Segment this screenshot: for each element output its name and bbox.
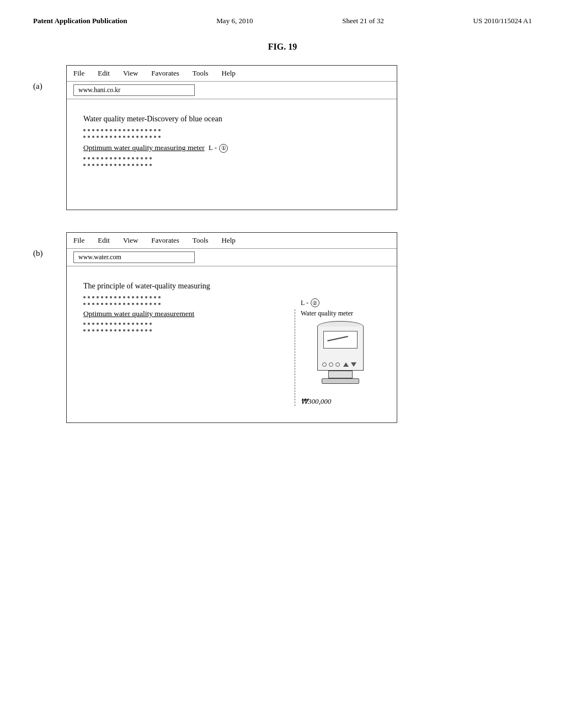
dot	[127, 303, 130, 305]
dot	[141, 136, 143, 138]
menu-tools-a[interactable]: Tools	[193, 69, 209, 78]
dot	[114, 164, 116, 166]
dot	[88, 329, 90, 331]
figure-b-link-row: Optimum water quality measurement	[83, 309, 295, 318]
dot	[145, 164, 147, 166]
menu-view-b[interactable]: View	[123, 236, 138, 245]
dot	[88, 129, 90, 131]
dot	[158, 303, 161, 305]
dot	[83, 329, 86, 331]
address-input-b[interactable]: www.water.com	[73, 251, 195, 263]
figure-b-link-label: L - ②	[301, 298, 319, 307]
dot	[97, 129, 99, 131]
dot	[132, 164, 134, 166]
address-input-a[interactable]: www.hani.co.kr	[73, 84, 195, 96]
dot	[141, 296, 143, 298]
dots-line-a3	[83, 157, 380, 159]
dot	[127, 129, 130, 131]
menu-edit-a[interactable]: Edit	[98, 69, 110, 78]
dot	[105, 129, 108, 131]
dot	[114, 157, 116, 159]
dot	[145, 136, 147, 138]
figure-b-browser: File Edit View Favorates Tools Help www.…	[66, 232, 397, 423]
dot	[97, 323, 99, 325]
dot	[150, 303, 152, 305]
menu-file-b[interactable]: File	[73, 236, 84, 245]
dot	[132, 296, 134, 298]
meter-base	[322, 378, 359, 384]
dot	[132, 323, 134, 325]
dot	[123, 329, 125, 331]
dot	[83, 157, 86, 159]
publication-title: Patent Application Publication	[33, 17, 127, 25]
dot	[132, 129, 134, 131]
circle-1-icon: ①	[219, 144, 228, 153]
water-quality-meter-illustration	[313, 321, 368, 393]
dot	[136, 303, 138, 305]
dots-line-a4	[83, 164, 380, 166]
dot	[158, 296, 161, 298]
dot	[136, 129, 138, 131]
dot	[110, 296, 112, 298]
dot	[110, 136, 112, 138]
dot	[136, 296, 138, 298]
dot	[141, 303, 143, 305]
patent-number: US 2010/115024 A1	[473, 17, 532, 25]
meter-btn-1	[322, 362, 327, 367]
menu-tools-b[interactable]: Tools	[193, 236, 209, 245]
dot	[123, 136, 125, 138]
dot	[88, 323, 90, 325]
dot	[105, 157, 108, 159]
dot	[127, 157, 130, 159]
dot	[105, 164, 108, 166]
dot	[101, 323, 103, 325]
menu-favorates-a[interactable]: Favorates	[151, 69, 179, 78]
dot	[88, 164, 90, 166]
figure-a-addressbar: www.hani.co.kr	[67, 82, 397, 99]
dot	[123, 157, 125, 159]
dot	[119, 323, 121, 325]
dot	[136, 157, 138, 159]
figure-b-addressbar: www.water.com	[67, 249, 397, 266]
dot	[101, 296, 103, 298]
dot	[101, 129, 103, 131]
meter-neck	[328, 371, 353, 378]
dot	[123, 303, 125, 305]
dot	[158, 129, 161, 131]
dots-line-a1	[83, 129, 380, 131]
dot	[127, 296, 130, 298]
menu-view-a[interactable]: View	[123, 69, 138, 78]
dot	[132, 329, 134, 331]
circle-2-icon: ②	[311, 298, 319, 307]
dot	[150, 136, 152, 138]
dot	[119, 164, 121, 166]
dot	[92, 303, 94, 305]
dot	[101, 136, 103, 138]
figure-b-bottom: Optimum water quality measurement	[83, 309, 380, 406]
dot	[110, 303, 112, 305]
menu-help-b[interactable]: Help	[222, 236, 236, 245]
dot	[123, 323, 125, 325]
figure-b-link-text[interactable]: Optimum water quality measurement	[83, 309, 194, 318]
dot	[145, 296, 147, 298]
meter-price: ₩300,000	[301, 397, 380, 406]
meter-screen	[323, 331, 358, 349]
menu-favorates-b[interactable]: Favorates	[151, 236, 179, 245]
dot	[123, 129, 125, 131]
dot	[150, 329, 152, 331]
dots-line-a2	[83, 136, 380, 138]
menu-edit-b[interactable]: Edit	[98, 236, 110, 245]
figure-a-row: (a) File Edit View Favorates Tools Help …	[33, 65, 397, 210]
menu-file-a[interactable]: File	[73, 69, 84, 78]
figure-a-link-text[interactable]: Optimum water quality measuring meter	[83, 143, 205, 152]
dot	[105, 296, 108, 298]
dot	[119, 136, 121, 138]
dot	[110, 157, 112, 159]
menu-help-a[interactable]: Help	[222, 69, 236, 78]
dot	[92, 296, 94, 298]
figure-a-content: Water quality meter-Discovery of blue oc…	[67, 99, 397, 210]
dot	[92, 157, 94, 159]
dot	[97, 296, 99, 298]
dot	[141, 164, 143, 166]
dot	[83, 323, 86, 325]
